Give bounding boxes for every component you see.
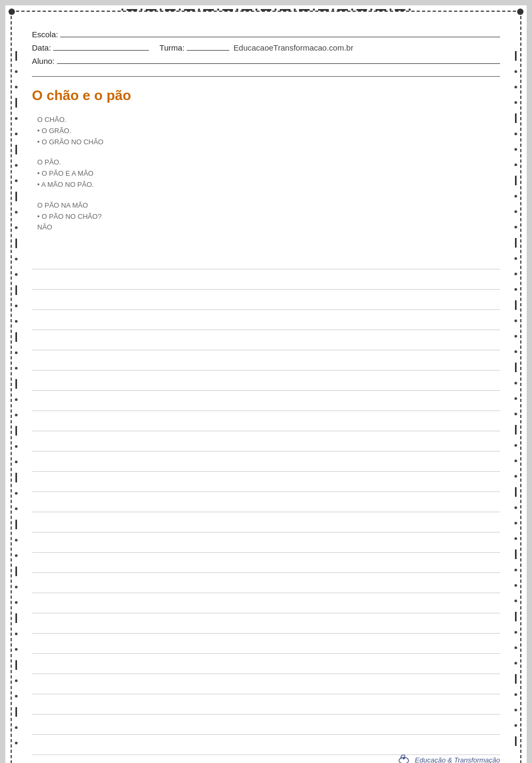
right-bullet bbox=[514, 163, 517, 166]
left-bullet bbox=[15, 742, 18, 744]
ruled-line bbox=[32, 269, 500, 290]
left-bullet bbox=[15, 70, 18, 73]
left-bullet bbox=[15, 426, 17, 436]
left-bullet bbox=[15, 86, 18, 88]
ruled-line bbox=[32, 532, 500, 553]
ruled-line bbox=[32, 472, 500, 492]
ruled-line bbox=[32, 553, 500, 573]
right-bullet bbox=[514, 631, 517, 634]
right-bullet bbox=[514, 537, 517, 540]
right-bullet bbox=[515, 674, 517, 684]
turma-label: Turma: bbox=[160, 43, 185, 52]
left-bullet bbox=[15, 461, 18, 463]
right-bullet bbox=[515, 487, 517, 497]
ruled-line bbox=[32, 411, 500, 431]
ruled-line bbox=[32, 715, 500, 735]
right-bullet bbox=[514, 506, 517, 509]
left-bullet bbox=[15, 398, 18, 401]
ruled-line bbox=[32, 593, 500, 613]
right-bullet bbox=[514, 273, 517, 275]
poem-stanza-1: O CHÃO. O GRÃO. O GRÃO NO CHÃO bbox=[32, 114, 500, 147]
left-bullet bbox=[15, 613, 17, 623]
right-bullet bbox=[514, 288, 517, 291]
poem-line-1-3: O GRÃO NO CHÃO bbox=[37, 137, 500, 148]
left-bullet bbox=[15, 192, 17, 201]
right-bullet bbox=[514, 646, 517, 649]
ruled-line bbox=[32, 654, 500, 674]
left-bullet bbox=[15, 679, 18, 682]
right-bullet bbox=[514, 413, 517, 415]
header-section: Escola: Data: Turma: EducacaoeTransforma… bbox=[32, 30, 500, 65]
left-bullet bbox=[15, 320, 18, 323]
data-turma-line: Data: Turma: EducacaoeTransformacao.com.… bbox=[32, 43, 500, 52]
ruled-line bbox=[32, 310, 500, 330]
footer-logo-text: Educação & Transformação bbox=[415, 756, 500, 763]
left-bullet bbox=[15, 273, 18, 276]
ruled-line bbox=[32, 249, 500, 269]
ruled-line bbox=[32, 512, 500, 532]
right-bullet bbox=[515, 549, 517, 559]
header-divider bbox=[32, 76, 500, 77]
right-bullet bbox=[514, 133, 517, 135]
right-bullet bbox=[514, 148, 517, 151]
left-bullet bbox=[15, 332, 17, 342]
left-bullet bbox=[15, 520, 17, 529]
left-bullet bbox=[15, 98, 17, 108]
left-bullet bbox=[15, 117, 18, 120]
left-bullet bbox=[15, 473, 17, 482]
escola-underline bbox=[60, 37, 500, 37]
right-bullet bbox=[514, 226, 517, 228]
left-bullet bbox=[15, 567, 17, 576]
right-bullet bbox=[515, 425, 517, 434]
right-bullet bbox=[515, 736, 517, 746]
top-dashes bbox=[5, 5, 527, 14]
website-text: EducacaoeTransformacao.com.br bbox=[234, 43, 353, 52]
svg-point-1 bbox=[403, 757, 405, 760]
right-bullet bbox=[515, 51, 517, 61]
right-bullet bbox=[514, 257, 517, 260]
aluno-underline bbox=[57, 63, 500, 64]
left-bullet bbox=[15, 660, 17, 670]
data-underline bbox=[53, 50, 149, 51]
poem-line-1-2: O GRÃO. bbox=[37, 126, 500, 137]
right-bullet bbox=[514, 319, 517, 322]
left-bullet bbox=[15, 351, 18, 354]
page: Escola: Data: Turma: EducacaoeTransforma… bbox=[5, 5, 527, 763]
ruled-line bbox=[32, 290, 500, 310]
left-bullet bbox=[15, 648, 18, 651]
turma-underline bbox=[187, 50, 229, 51]
right-bullet bbox=[514, 350, 517, 353]
left-bullet bbox=[15, 507, 18, 510]
right-bullet bbox=[514, 382, 517, 384]
data-label: Data: bbox=[32, 43, 51, 52]
ruled-line bbox=[32, 492, 500, 512]
ruled-line bbox=[32, 573, 500, 593]
left-bullet bbox=[15, 554, 18, 557]
poem-title: O chão e o pão bbox=[32, 87, 500, 104]
left-bullet bbox=[15, 445, 18, 448]
right-bullet bbox=[515, 300, 517, 310]
left-bullet bbox=[15, 258, 18, 260]
corner-top-right bbox=[517, 9, 523, 15]
left-bullet bbox=[15, 601, 18, 604]
right-bullet bbox=[514, 335, 517, 338]
right-bullet bbox=[514, 210, 517, 213]
poem-line-3-3: NÃO bbox=[37, 222, 500, 233]
left-bullet bbox=[15, 492, 18, 495]
corner-top-left bbox=[9, 9, 15, 15]
poem-stanza-2: O PÃO. O PÃO E A MÃO A MÃO NO PÃO. bbox=[32, 157, 500, 190]
left-bullet bbox=[15, 367, 18, 370]
left-bullet bbox=[15, 133, 18, 135]
ruled-line bbox=[32, 634, 500, 654]
poem-line-3-2: O PÃO NO CHÃO? bbox=[37, 211, 500, 223]
aluno-label: Aluno: bbox=[32, 56, 55, 65]
right-bullet bbox=[515, 238, 517, 248]
poem-stanza-3: O PÃO NA MÃO O PÃO NO CHÃO? NÃO bbox=[32, 200, 500, 233]
ruled-line bbox=[32, 391, 500, 411]
left-bullet bbox=[15, 305, 18, 307]
ruled-line bbox=[32, 350, 500, 371]
left-bullet bbox=[15, 414, 18, 416]
right-bullet bbox=[514, 724, 517, 727]
poem-line-2-1: O PÃO. bbox=[37, 157, 500, 168]
ruled-line bbox=[32, 330, 500, 350]
